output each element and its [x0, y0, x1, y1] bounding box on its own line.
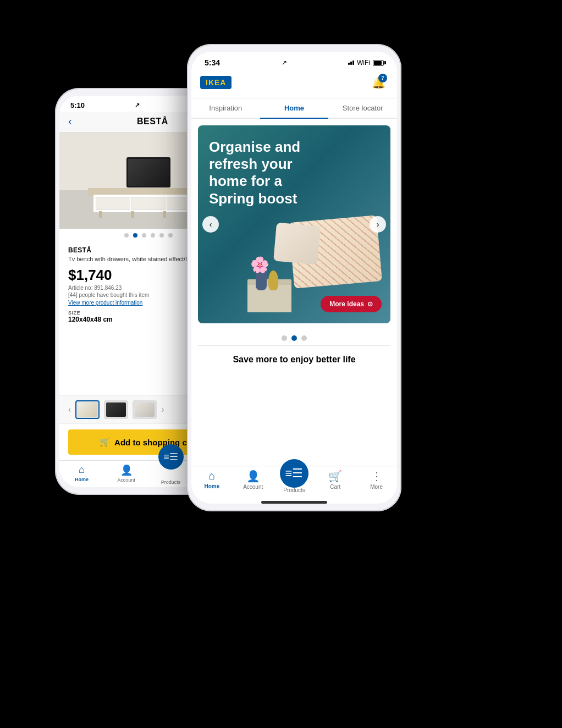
products-fab-back[interactable]: ≡☰ — [158, 444, 184, 470]
variant-arrow-left[interactable]: ‹ — [68, 405, 71, 415]
hero-banner: Organise and refresh your home for a Spr… — [198, 125, 390, 323]
variant-3[interactable] — [133, 400, 157, 419]
ikea-logo: IKEA — [200, 76, 232, 89]
lamp — [268, 271, 278, 290]
more-ideas-label: More ideas — [329, 300, 364, 308]
more-ideas-arrow-icon: ⊙ — [367, 300, 373, 308]
nav-account-front[interactable]: 👤 Account — [233, 470, 274, 493]
carousel-arrow-left[interactable]: ‹ — [202, 216, 219, 233]
notification-badge: 7 — [378, 74, 387, 82]
flowers: 🌸 — [250, 256, 269, 274]
tab-store-locator[interactable]: Store locator — [328, 98, 397, 119]
header-front: IKEA 🔔 7 — [191, 69, 397, 98]
pillow-small — [273, 223, 321, 265]
status-bar-front: 5:34 ↗ WiFi — [191, 52, 397, 69]
nav-home-label-front: Home — [205, 483, 220, 489]
location-icon: ↗ — [135, 102, 140, 109]
status-icons-front: WiFi — [348, 59, 384, 67]
hero-text-area: Organise and refresh your home for a Spr… — [198, 125, 330, 220]
variant-2[interactable] — [104, 400, 128, 419]
nav-home-front[interactable]: ⌂ Home — [191, 470, 233, 493]
tab-inspiration[interactable]: Inspiration — [191, 98, 260, 119]
dot-5[interactable] — [159, 233, 164, 238]
products-fab-icon-back: ≡☰ — [163, 451, 178, 463]
bench-leg-3 — [163, 211, 166, 218]
home-icon-back: ⌂ — [79, 464, 85, 476]
front-phone-screen: 5:34 ↗ WiFi IKEA 🔔 7 Inspirati — [191, 52, 397, 504]
variant-color-1 — [78, 402, 97, 417]
bench-drawer-1 — [96, 197, 130, 210]
nav-cart-front[interactable]: 🛒 Cart — [315, 470, 356, 493]
home-indicator — [261, 501, 327, 504]
products-fab-icon-front: ≡☰ — [285, 466, 304, 481]
dot-4[interactable] — [151, 233, 155, 238]
variant-arrow-right[interactable]: › — [161, 405, 164, 415]
nav-products-label-front: Products — [283, 487, 305, 493]
variant-color-2 — [106, 402, 126, 417]
banner-dot-1[interactable] — [282, 335, 287, 341]
nav-products-front[interactable]: ≡☰ Products — [274, 470, 315, 493]
products-fab-front[interactable]: ≡☰ — [280, 459, 308, 488]
nav-cart-label-front: Cart — [330, 484, 340, 490]
nav-account-back[interactable]: 👤 Account — [104, 464, 148, 485]
variant-1[interactable] — [75, 400, 100, 419]
dot-2[interactable] — [133, 233, 137, 238]
cart-icon-front: 🛒 — [328, 470, 342, 483]
time-front: 5:34 — [205, 58, 220, 67]
front-phone: 5:34 ↗ WiFi IKEA 🔔 7 Inspirati — [187, 44, 401, 511]
dot-3[interactable] — [142, 233, 146, 238]
location-arrow-front: ↗ — [282, 59, 287, 67]
hero-title: Organise and refresh your home for a Spr… — [209, 139, 319, 207]
tab-bar-front: Inspiration Home Store locator — [191, 98, 397, 119]
carousel-arrow-right[interactable]: › — [370, 216, 386, 233]
signal-icon-front — [348, 60, 354, 65]
arrow-left-icon: ‹ — [210, 220, 212, 229]
cart-icon-btn: 🛒 — [100, 437, 110, 447]
account-icon-front: 👤 — [246, 470, 260, 483]
back-button[interactable]: ‹ — [68, 115, 72, 128]
nav-products-back[interactable]: ≡☰ Products — [148, 464, 193, 485]
banner-dot-3[interactable] — [301, 335, 307, 341]
bench-leg-1 — [99, 211, 102, 218]
banner-dot-2[interactable] — [291, 335, 297, 341]
arrow-right-icon: › — [377, 220, 379, 229]
nav-account-label-back: Account — [117, 477, 135, 483]
bench-leg-2 — [131, 211, 134, 218]
dot-6[interactable] — [168, 233, 173, 238]
time-back: 5:10 — [70, 101, 85, 109]
home-icon-front: ⌂ — [208, 470, 215, 482]
hero-background: Organise and refresh your home for a Spr… — [198, 125, 390, 323]
more-ideas-button[interactable]: More ideas ⊙ — [321, 296, 382, 312]
nav-more-label-front: More — [370, 484, 383, 490]
banner-dots — [191, 330, 397, 345]
nav-products-label-back: Products — [161, 479, 181, 485]
variant-color-3 — [135, 402, 155, 417]
battery-icon-front — [373, 60, 384, 66]
tab-home[interactable]: Home — [260, 98, 329, 119]
nav-account-label-front: Account — [243, 484, 263, 490]
more-icon-front: ⋮ — [371, 470, 382, 483]
section-title: Save more to enjoy better life — [191, 346, 397, 369]
dot-1[interactable] — [124, 233, 129, 238]
notification-button[interactable]: 🔔 7 — [368, 73, 388, 92]
wifi-icon-front: WiFi — [357, 59, 370, 67]
account-icon-back: 👤 — [120, 464, 133, 476]
bottom-nav-front: ⌂ Home 👤 Account ≡☰ Products 🛒 Cart ⋮ Mo… — [191, 466, 397, 498]
bench-drawer-2 — [131, 197, 166, 210]
nav-more-front[interactable]: ⋮ More — [356, 470, 397, 493]
nav-home-back[interactable]: ⌂ Home — [59, 464, 104, 485]
nav-home-label-back: Home — [75, 477, 89, 482]
tv-screen — [126, 157, 170, 187]
